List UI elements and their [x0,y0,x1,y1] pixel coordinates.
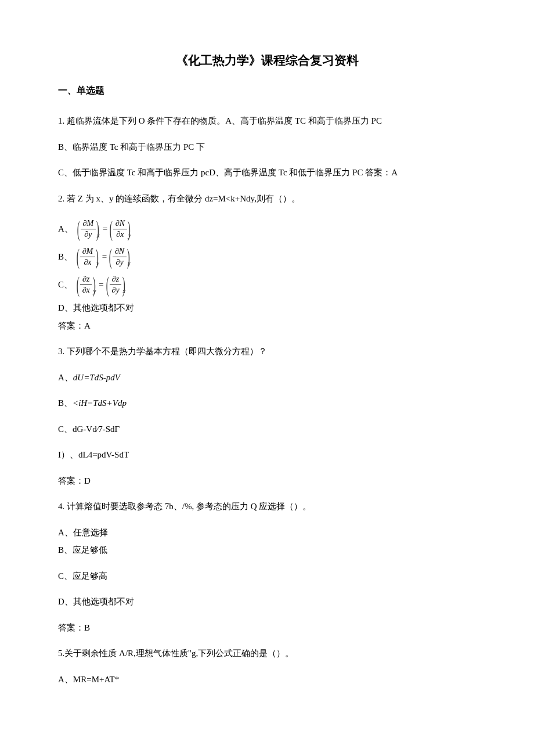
q2-optB-label: B、 [58,251,73,262]
q2-stem: 2. 若 Z 为 x、y 的连续函数，有全微分 dz=M<k+Ndy,则有（）。 [58,192,476,206]
section-heading: 一、单选题 [58,85,476,97]
q4-stem: 4. 计算熔值时要选取参考态 7b、/%, 参考态的压力 Q 应选择（）。 [58,500,476,513]
paren-close-icon: ) [93,273,96,296]
q2-optD: D、其他选项都不对 [58,301,476,315]
q1-stem: 1. 超临界流体是下列 O 条件下存在的物质。A、高于临界温度 TC 和高于临界… [58,114,476,128]
paren-open-icon: ( [77,273,80,296]
q4-optC: C、应足够高 [58,570,476,583]
fraction: ∂M ∂x [80,247,96,267]
q5-stem: 5.关于剩余性质 Λ/R,理想气体性质"g,下列公式正确的是（）。 [58,647,476,660]
fraction: ∂z ∂y [109,275,121,295]
q2-optA-label: A、 [58,224,73,235]
q1-optB: B、临界温度 Tc 和高于临界压力 PC 下 [58,141,476,154]
q4-optA: A、任意选择 [58,526,476,539]
q3-optB: B、<iH=TdS+Vdp [58,397,476,410]
paren-close-icon: ) [128,218,131,240]
q3-ans: 答案：D [58,474,476,488]
equals-icon: = [102,252,107,262]
paren-close-icon: ) [96,218,99,240]
q2-optC: C、 ( ∂z ∂x ) y = ( ∂z ∂y ) x [58,273,476,296]
q2-ans: 答案：A [58,319,476,333]
q2-optA: A、 ( ∂M ∂y ) x = ( ∂N ∂x ) y [58,218,476,240]
equals-icon: = [99,280,103,290]
paren-open-icon: ( [106,273,109,296]
paren-close-icon: ) [127,246,130,268]
paren-open-icon: ( [110,218,113,240]
paren-close-icon: ) [122,273,125,296]
q2-optB: B、 ( ∂M ∂x ) y = ( ∂N ∂y ) x [58,246,476,268]
q1-optCD-ans: C、低于临界温度 Tc 和高于临界压力 pcD、高于临界温度 Tc 和低于临界压… [58,166,476,179]
equals-icon: = [103,224,107,234]
q3-optC: C、dG-Vd⁄7-SdΓ [58,423,476,436]
fraction: ∂N ∂y [113,247,127,267]
fraction: ∂N ∂x [113,219,127,239]
paren-open-icon: ( [109,246,112,268]
paren-open-icon: ( [77,218,80,240]
fraction: ∂M ∂y [81,219,96,239]
paren-close-icon: ) [96,246,99,268]
q2-optC-label: C、 [58,279,73,290]
q3-optD: I）、dL4=pdV-SdT [58,448,476,462]
fraction: ∂z ∂x [80,275,92,295]
paren-open-icon: ( [77,246,80,268]
q5-optA: A、MR=M+AT* [58,673,476,686]
page-title: 《化工热力学》课程综合复习资料 [58,52,476,69]
q4-ans: 答案：B [58,621,476,635]
q4-optD: D、其他选项都不对 [58,595,476,609]
q3-stem: 3. 下列哪个不是热力学基本方程（即四大微分方程）？ [58,345,476,358]
q4-optB: B、应足够低 [58,543,476,557]
q3-optA: A、dU=TdS-pdV [58,371,476,384]
